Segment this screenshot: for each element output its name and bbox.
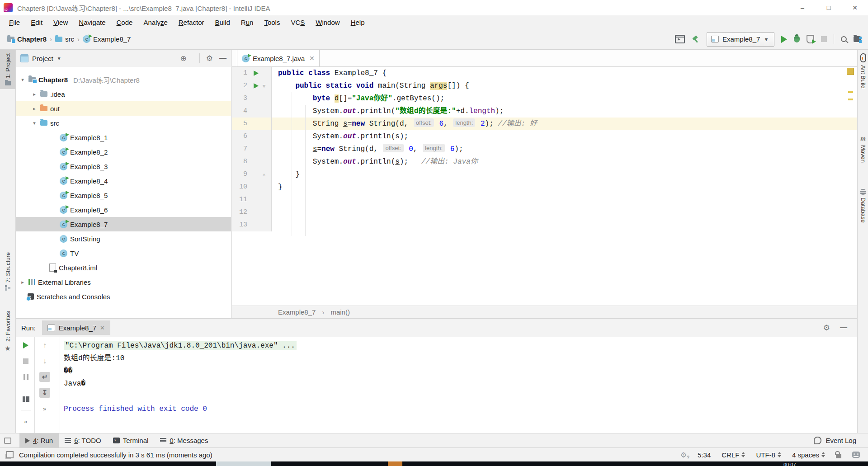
project-panel-title[interactable]: Project	[32, 55, 53, 62]
menu-window[interactable]: Window	[310, 19, 345, 26]
run-line-icon[interactable]	[254, 71, 259, 76]
code-line-3[interactable]: 3 byte d[]="Java你好".getBytes();	[232, 92, 857, 105]
code-line-8[interactable]: 8 System.out.println(s); //输出: Java你	[232, 155, 857, 168]
tree-item-src[interactable]: ▾src	[16, 116, 231, 130]
run-tab[interactable]: Example8_7 ✕	[42, 320, 110, 335]
code-editor[interactable]: 1public class Example8_7 {2▿ public stat…	[232, 67, 857, 306]
menu-analyze[interactable]: Analyze	[138, 19, 173, 26]
stripe-button-ant-build[interactable]: Ant Build	[858, 50, 868, 92]
down-stack-trace-button[interactable]: ↓	[39, 356, 50, 366]
assistant-icon[interactable]	[852, 452, 860, 458]
encoding-select[interactable]: UTF-8	[756, 451, 781, 459]
menu-file[interactable]: File	[4, 19, 25, 26]
code-line-5[interactable]: 5 String s=new String(d, offset: 6, leng…	[232, 118, 857, 130]
menu-edit[interactable]: Edit	[25, 19, 48, 26]
tree-item-chapter8[interactable]: ▾Chapter8D:\Java练习\Chapter8	[16, 72, 231, 87]
toolwindow-button-4-run[interactable]: 4: Run	[19, 433, 59, 447]
tree-item-sortstring[interactable]: SortString	[16, 231, 231, 246]
breadcrumb-method[interactable]: main()	[330, 308, 350, 316]
background-tasks-icon[interactable]	[6, 451, 14, 458]
tree-item-example8-2[interactable]: Example8_2	[16, 145, 231, 159]
hide-panel-icon[interactable]: —	[840, 324, 847, 332]
close-button[interactable]: ✕	[842, 0, 868, 15]
fold-marker-icon[interactable]: ▵	[263, 168, 265, 181]
build-hammer-icon[interactable]	[692, 35, 700, 43]
tree-item-chapter8-iml[interactable]: Chapter8.iml	[16, 260, 231, 275]
menu-code[interactable]: Code	[111, 19, 138, 26]
tree-item-external-libraries[interactable]: ▸External Libraries	[16, 275, 231, 289]
stop-button[interactable]	[821, 36, 827, 42]
code-line-12[interactable]: 12	[232, 206, 857, 219]
menu-vcs[interactable]: VCS	[285, 19, 310, 26]
caret-position[interactable]: 5:34	[698, 451, 711, 459]
tree-item-out[interactable]: ▸out	[16, 101, 231, 116]
fold-marker-icon[interactable]: ▿	[263, 80, 265, 92]
debug-button[interactable]	[794, 36, 800, 42]
search-everywhere-icon[interactable]	[841, 36, 847, 42]
menu-navigate[interactable]: Navigate	[73, 19, 111, 26]
stripe-button-maven[interactable]: mMaven	[858, 131, 868, 166]
stripe-button-7-structure[interactable]: 7: Structure	[0, 249, 15, 294]
menu-build[interactable]: Build	[209, 19, 235, 26]
tree-open-chevron-icon[interactable]: ▾	[31, 120, 38, 126]
code-line-10[interactable]: 10}	[232, 181, 857, 193]
tree-item-example8-1[interactable]: Example8_1	[16, 130, 231, 145]
locate-file-icon[interactable]: ⊕	[180, 55, 187, 62]
menu-tools[interactable]: Tools	[259, 19, 285, 26]
run-configuration-select[interactable]: Example8_7 ▼	[707, 32, 774, 47]
code-line-11[interactable]: 11	[232, 193, 857, 206]
gear-icon[interactable]: ⚙	[823, 324, 830, 332]
minimize-button[interactable]: –	[789, 0, 816, 15]
breadcrumb-item-src[interactable]: src	[55, 35, 74, 43]
code-line-1[interactable]: 1public class Example8_7 {	[232, 67, 857, 80]
pause-output-button[interactable]	[20, 372, 31, 382]
ide-settings-hint-icon[interactable]: ⚙	[680, 451, 687, 459]
restore-layout-button[interactable]	[20, 394, 31, 404]
tree-item-example8-4[interactable]: Example8_4	[16, 174, 231, 188]
menu-help[interactable]: Help	[345, 19, 370, 26]
project-structure-icon[interactable]	[854, 36, 861, 42]
menu-refactor[interactable]: Refactor	[173, 19, 210, 26]
code-line-2[interactable]: 2▿ public static void main(String args[]…	[232, 80, 857, 92]
tree-open-chevron-icon[interactable]: ▾	[19, 77, 26, 83]
stripe-button-2-favorites[interactable]: 2: Favorites★	[0, 307, 15, 356]
stripe-button-database[interactable]: Database	[858, 185, 868, 226]
menu-view[interactable]: View	[48, 19, 73, 26]
more-actions-icon[interactable]: »	[20, 416, 31, 426]
indent-select[interactable]: 4 spaces	[792, 451, 825, 459]
close-tab-icon[interactable]: ✕	[309, 55, 315, 62]
run-line-icon[interactable]	[254, 83, 259, 89]
toolwindow-button-6-todo[interactable]: 6: TODO	[59, 433, 107, 447]
toolwindow-button-0-messages[interactable]: 0: Messages	[154, 433, 214, 447]
code-line-4[interactable]: 4 System.out.println("数组d的长度是:"+d.length…	[232, 105, 857, 118]
up-stack-trace-button[interactable]: ↑	[39, 340, 50, 350]
tree-item-tv[interactable]: TV	[16, 246, 231, 260]
breadcrumb-item-example8_7[interactable]: Example8_7	[83, 35, 131, 43]
warning-stripe-mark[interactable]	[848, 99, 853, 100]
tree-closed-chevron-icon[interactable]: ▸	[31, 106, 38, 112]
code-line-9[interactable]: 9▵ }	[232, 168, 857, 181]
editor-tab-example8_7[interactable]: Example8_7.java ✕	[237, 50, 320, 66]
chevron-down-icon[interactable]: ▼	[57, 56, 61, 61]
tree-closed-chevron-icon[interactable]: ▸	[31, 91, 38, 97]
tree-item-example8-6[interactable]: Example8_6	[16, 202, 231, 217]
tree-item-example8-3[interactable]: Example8_3	[16, 159, 231, 174]
tree-item-scratches-and-consoles[interactable]: Scratches and Consoles	[16, 289, 231, 304]
run-button[interactable]	[781, 36, 787, 43]
inspection-status-icon[interactable]	[847, 68, 854, 75]
tree-item-example8-7[interactable]: Example8_7	[16, 217, 231, 231]
tool-window-switcher-icon[interactable]	[4, 438, 11, 444]
line-separator-select[interactable]: CRLF	[722, 451, 745, 459]
console-output[interactable]: "C:\Program Files\Java\jdk1.8.0_201\bin\…	[64, 339, 853, 433]
tree-closed-chevron-icon[interactable]: ▸	[19, 279, 26, 285]
tree-item-example8-5[interactable]: Example8_5	[16, 188, 231, 202]
more-actions-icon[interactable]: »	[39, 404, 50, 414]
stop-process-button[interactable]	[20, 356, 31, 366]
breadcrumb-item-chapter8[interactable]: Chapter8	[7, 35, 47, 43]
code-line-7[interactable]: 7 s=new String(d, offset: 0, length: 6);	[232, 143, 857, 155]
breadcrumb-class[interactable]: Example8_7	[278, 308, 316, 316]
code-line-6[interactable]: 6 System.out.println(s);	[232, 130, 857, 143]
hide-panel-icon[interactable]: —	[219, 54, 226, 62]
unlock-icon[interactable]	[836, 454, 841, 458]
close-run-tab-icon[interactable]: ✕	[100, 325, 105, 331]
